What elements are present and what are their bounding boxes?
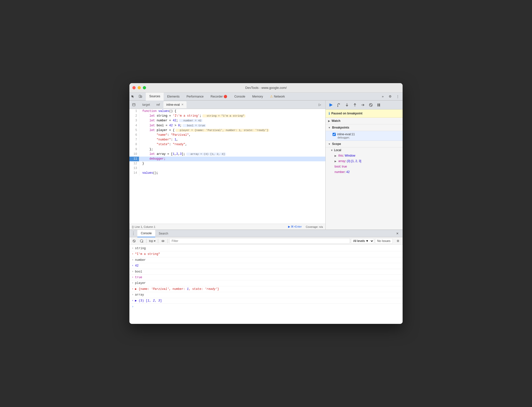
scope-item-array[interactable]: ▶ array: (3) [1, 2, 3] bbox=[326, 158, 403, 164]
result-arrow-icon-4: ‹ bbox=[132, 287, 134, 291]
code-line-5: 5 let player = { player = {name: 'Parziv… bbox=[129, 128, 325, 133]
console-row-player-expand[interactable]: › player bbox=[129, 280, 403, 286]
code-line-3: 3 let number = 42; number = 42 bbox=[129, 118, 325, 123]
code-line-14: 14 values(); bbox=[129, 171, 325, 175]
scope-label: Scope bbox=[332, 142, 341, 146]
this-expand-icon: ▶ bbox=[335, 154, 337, 157]
breakpoints-label: Breakpoints bbox=[332, 126, 349, 129]
svg-rect-2 bbox=[133, 103, 135, 106]
filter-icon bbox=[140, 239, 143, 243]
inspect-element-btn[interactable] bbox=[129, 93, 136, 100]
watch-arrow-icon: ▶ bbox=[328, 120, 330, 122]
code-editor[interactable]: 1 function values() { 2 let string = 'I\… bbox=[129, 109, 325, 224]
device-icon bbox=[139, 95, 142, 98]
step-out-btn[interactable] bbox=[351, 102, 358, 108]
breakpoint-status: Paused on breakpoint bbox=[331, 112, 362, 115]
main-nav-tabs: Sources Elements Performance Recorder 🔴 … bbox=[129, 93, 403, 101]
tab-memory[interactable]: Memory bbox=[249, 93, 266, 101]
code-line-4: 4 let bool = 42 > 0; bool = true bbox=[129, 123, 325, 128]
clear-console-btn[interactable] bbox=[131, 238, 137, 244]
format-btn[interactable]: {} bbox=[132, 225, 134, 228]
svg-marker-4 bbox=[330, 103, 333, 106]
step-btn[interactable] bbox=[359, 102, 366, 108]
tab-performance[interactable]: Performance bbox=[183, 93, 207, 101]
scope-item-number[interactable]: number: 42 bbox=[326, 169, 403, 175]
expand-arrow-icon: › bbox=[132, 246, 134, 251]
scope-key-number: number bbox=[335, 170, 345, 174]
console-tabs: ⋮ Console Search ✕ bbox=[129, 230, 403, 237]
console-input[interactable] bbox=[135, 305, 400, 308]
tab-console-bottom[interactable]: Console bbox=[137, 230, 155, 237]
eye-btn[interactable] bbox=[160, 238, 166, 244]
source-file-tabs: target ref inline-eval ✕ bbox=[139, 101, 187, 109]
more-tabs-btn[interactable]: » bbox=[379, 93, 386, 100]
settings-btn[interactable]: ⚙ bbox=[387, 93, 394, 100]
device-toolbar-btn[interactable] bbox=[137, 93, 144, 100]
show-drawer-btn[interactable] bbox=[130, 101, 137, 108]
tab-elements[interactable]: Elements bbox=[164, 93, 183, 101]
step-into-btn[interactable] bbox=[343, 102, 350, 108]
code-line-13: 13 bbox=[129, 166, 325, 171]
svg-rect-13 bbox=[378, 103, 379, 106]
source-tabs-left bbox=[130, 101, 139, 109]
resume-btn[interactable] bbox=[328, 102, 335, 108]
toolbar-divider-1 bbox=[146, 239, 147, 243]
local-section-header[interactable]: ▼ Local bbox=[326, 147, 403, 153]
local-label: Local bbox=[334, 148, 341, 152]
filter-console-btn[interactable] bbox=[138, 238, 145, 244]
tab-console[interactable]: Console bbox=[231, 93, 249, 101]
console-row-array-expand[interactable]: › array bbox=[129, 292, 403, 298]
breakpoint-item-1: inline-eval:11 debugger; bbox=[326, 131, 403, 141]
console-settings-btn[interactable]: ⚙ bbox=[395, 238, 401, 244]
console-row-player-result[interactable]: ‹ ▶ {name: 'Parzival', number: 1, state:… bbox=[129, 286, 403, 292]
customize-btn[interactable]: ⋮ bbox=[394, 93, 401, 100]
tab-sources[interactable]: Sources bbox=[146, 93, 164, 101]
console-toolbar: top ▾ All levels ▼ Verbose Info Warnings… bbox=[129, 237, 403, 245]
tab-file-inline-eval[interactable]: inline-eval ✕ bbox=[163, 101, 187, 108]
status-bar: {} Line 1, Column 1 ▶ ⌘+Enter Coverage: … bbox=[129, 224, 325, 230]
console-output: › string ‹ "I'm a string" › number ‹ 42 bbox=[129, 245, 403, 324]
watch-section-header[interactable]: ▶ Watch bbox=[326, 118, 403, 124]
console-row-string-expand[interactable]: › string bbox=[129, 246, 403, 251]
panel-icon bbox=[132, 103, 135, 106]
tab-file-ref[interactable]: ref bbox=[153, 101, 163, 108]
breakpoint-checkbox-1[interactable] bbox=[333, 133, 336, 136]
breakpoints-section-header[interactable]: ▼ Breakpoints bbox=[326, 124, 403, 131]
tab-network[interactable]: ⚠ Network bbox=[266, 93, 288, 101]
tab-file-target[interactable]: target bbox=[139, 101, 153, 108]
console-menu-btn[interactable]: ⋮ bbox=[129, 231, 137, 236]
console-row-bool-expand[interactable]: › bool bbox=[129, 269, 403, 275]
close-button[interactable] bbox=[132, 86, 136, 89]
tab-recorder[interactable]: Recorder 🔴 bbox=[207, 93, 231, 101]
expand-arrow-icon-4: › bbox=[132, 281, 134, 285]
console-row-bool-result: ‹ true bbox=[129, 275, 403, 280]
toolbar-divider-3 bbox=[168, 239, 168, 243]
console-row-array-result[interactable]: ‹ ▶ (3) [1, 2, 3] bbox=[129, 298, 403, 304]
window-title: DevTools - www.google.com/ bbox=[245, 86, 287, 90]
source-tabs-right: ▷ bbox=[316, 101, 324, 109]
tab-close-btn[interactable]: ✕ bbox=[181, 103, 184, 106]
minimize-button[interactable] bbox=[138, 86, 141, 89]
close-console-btn[interactable]: ✕ bbox=[394, 230, 401, 237]
scope-val-array: (3) [1, 2, 3] bbox=[347, 159, 361, 163]
source-tabs: target ref inline-eval ✕ ▷ bbox=[129, 101, 325, 109]
console-row-number-expand[interactable]: › number bbox=[129, 257, 403, 263]
scope-section-header[interactable]: ▼ Scope bbox=[326, 141, 403, 147]
scope-item-bool[interactable]: bool: true bbox=[326, 164, 403, 169]
deactivate-breakpoints-btn[interactable] bbox=[367, 102, 374, 108]
step-over-btn[interactable] bbox=[336, 102, 342, 108]
broadcast-btn[interactable]: ▷ bbox=[316, 101, 323, 108]
filter-input[interactable] bbox=[169, 238, 350, 244]
console-array-value: ▶ (3) [1, 2, 3] bbox=[135, 298, 162, 303]
no-issues-btn[interactable]: No Issues bbox=[375, 238, 393, 244]
tab-search-bottom[interactable]: Search bbox=[155, 230, 172, 237]
step-icon bbox=[361, 103, 365, 107]
log-level-select[interactable]: All levels ▼ Verbose Info Warnings Error… bbox=[351, 238, 374, 244]
scope-item-this[interactable]: ▶ this: Window bbox=[326, 153, 403, 158]
top-context-selector[interactable]: top ▾ bbox=[148, 239, 156, 243]
maximize-button[interactable] bbox=[143, 86, 146, 89]
code-line-12: 12 } bbox=[129, 161, 325, 166]
run-snippet-btn[interactable]: ▶ ⌘+Enter bbox=[288, 225, 302, 228]
pause-on-exception-btn[interactable] bbox=[375, 102, 382, 108]
code-line-1: 1 function values() { bbox=[129, 109, 325, 114]
